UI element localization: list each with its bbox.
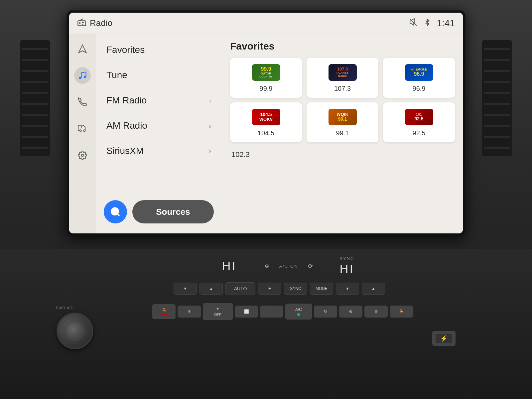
usb-port[interactable]: ⚡ xyxy=(432,331,456,346)
usb-inner: ⚡ xyxy=(436,334,452,343)
recirc-icon: ↻ xyxy=(324,309,327,314)
menu-item-siriusxm[interactable]: SiriusXM › xyxy=(96,138,222,164)
station-card-999[interactable]: 99.9 GATOR COUNTRY 99.9 xyxy=(230,58,302,98)
chevron-icon: › xyxy=(209,122,211,130)
vent-slot xyxy=(484,81,510,83)
vent-slot xyxy=(22,48,48,50)
logo-1045-bg: 104.5 WOKV xyxy=(252,109,280,125)
right-temp-area: SYNC HI xyxy=(339,256,354,276)
defrost-rear-icon: ⬛ xyxy=(269,309,274,314)
svg-point-10 xyxy=(81,154,84,157)
top-bar-left: Radio xyxy=(77,18,112,29)
sync-label: SYNC xyxy=(339,256,354,261)
vent-slot xyxy=(484,70,510,72)
sidebar-item-navigation[interactable] xyxy=(74,41,91,57)
knob-inner xyxy=(65,321,85,341)
station-freq-991: 99.1 xyxy=(336,129,349,137)
bottom-controls-row: 🪑 ❄ ✦ OFF ⬜ ⬛ A/C xyxy=(70,300,495,323)
vent-slot xyxy=(22,59,48,61)
station-logo-991: WQIK 99.1 xyxy=(328,108,357,126)
temp-down-right-button[interactable]: ▼ xyxy=(336,283,359,295)
ac-on-label: A/C ON xyxy=(279,264,298,269)
heated-seat-right-button[interactable]: 🪑 xyxy=(390,306,413,318)
sidebar-item-car[interactable] xyxy=(74,120,91,137)
clock-display: 1:41 xyxy=(437,18,455,29)
svg-marker-5 xyxy=(78,45,86,53)
screen: Radio xyxy=(69,13,463,233)
heated-seat-left-button[interactable]: 🪑 xyxy=(152,304,176,319)
svg-point-11 xyxy=(111,208,118,215)
station-card-925[interactable]: 101 92.5 92.5 xyxy=(383,102,455,142)
search-button[interactable] xyxy=(104,200,127,223)
mode-button[interactable]: MODE xyxy=(310,283,333,295)
mute-icon xyxy=(409,18,418,28)
recirc-button[interactable]: ↻ xyxy=(314,306,337,318)
extra-btn-1[interactable]: ⊕ xyxy=(339,306,362,318)
climate-display: HI ❄ A/C ON ⟳ SYNC HI xyxy=(178,249,354,280)
sidebar-item-music[interactable]: ♪ xyxy=(74,67,91,84)
sources-button[interactable]: Sources xyxy=(132,200,214,223)
sidebar-icons: ♪ xyxy=(69,34,96,233)
vent-mode-button[interactable]: ❄ xyxy=(178,306,201,318)
btn1-icon: ⊕ xyxy=(349,309,352,314)
main-content: ♪ xyxy=(69,34,463,233)
station-logo-969: 🦅 EAGLE 96.9 xyxy=(404,63,434,81)
fan-button[interactable]: ✦ xyxy=(258,283,281,295)
last-station[interactable]: 102.3 xyxy=(230,147,455,162)
ac-btn-label: A/C xyxy=(295,307,302,312)
vent-slot xyxy=(22,147,48,149)
svg-point-6 xyxy=(79,77,81,79)
station-freq-925: 92.5 xyxy=(413,129,426,137)
sync-button[interactable]: SYNC xyxy=(284,283,307,295)
fan-icon-btn: ✦ xyxy=(216,307,219,311)
menu-item-favorites[interactable]: Favorites xyxy=(96,37,222,63)
station-card-991[interactable]: WQIK 99.1 99.1 xyxy=(307,102,378,142)
seat-heat-indicators xyxy=(161,314,167,316)
vent-slot xyxy=(22,70,48,72)
menu-item-fm-radio[interactable]: FM Radio › xyxy=(96,88,222,113)
vent-slot xyxy=(22,136,48,138)
station-freq-1045: 104.5 xyxy=(258,129,274,137)
menu-item-tune[interactable]: Tune xyxy=(96,63,222,88)
top-bar-right: 1:41 xyxy=(409,18,455,29)
svg-point-1 xyxy=(79,22,81,24)
temp-up-right-button[interactable]: ▲ xyxy=(362,283,385,295)
vent-slot xyxy=(484,147,510,149)
station-card-1073[interactable]: 107.3 PLANET RADIO 107.3 xyxy=(307,58,378,98)
vent-mode-icon: ❄ xyxy=(188,309,191,314)
defrost-rear-button[interactable]: ⬛ xyxy=(260,306,283,318)
station-card-969[interactable]: 🦅 EAGLE 96.9 96.9 xyxy=(383,58,455,98)
temp-up-left-button[interactable]: ▲ xyxy=(200,283,223,295)
heat-dot-2 xyxy=(163,314,165,316)
station-card-1045[interactable]: 104.5 WOKV 104.5 xyxy=(230,102,302,142)
climate-controls-row: ▼ ▲ AUTO ✦ SYNC MODE ▼ ▲ xyxy=(53,280,479,298)
station-logo-999: 99.9 GATOR COUNTRY xyxy=(251,63,281,81)
vent-icon: ⟳ xyxy=(308,263,313,270)
svg-rect-0 xyxy=(78,21,85,26)
extra-btn-2[interactable]: ⊕ xyxy=(364,306,388,318)
defrost-front-icon: ⬜ xyxy=(244,309,249,314)
sidebar-item-settings[interactable] xyxy=(74,147,91,164)
ac-button[interactable]: A/C xyxy=(285,304,312,320)
sync-ctrl-label: SYNC xyxy=(290,286,301,291)
temp-down-left-button[interactable]: ▼ xyxy=(174,283,197,295)
sidebar-item-phone[interactable] xyxy=(74,94,91,110)
svg-rect-2 xyxy=(82,22,84,23)
station-logo-1073: 107.3 PLANET RADIO xyxy=(328,63,357,81)
bluetooth-icon xyxy=(424,19,431,28)
station-freq-1073: 107.3 xyxy=(334,85,351,92)
station-logo-1045: 104.5 WOKV xyxy=(251,108,281,126)
usb-icon: ⚡ xyxy=(440,335,448,342)
vent-slot xyxy=(484,136,510,138)
vent-slot xyxy=(484,103,510,105)
auto-button[interactable]: AUTO xyxy=(225,282,255,295)
menu-item-am-radio[interactable]: AM Radio › xyxy=(96,113,222,138)
defrost-front-button[interactable]: ⬜ xyxy=(235,306,258,318)
top-bar: Radio xyxy=(69,13,463,34)
fan-off-button[interactable]: ✦ OFF xyxy=(203,303,233,320)
up-arrow-icon: ▲ xyxy=(209,286,213,291)
pwr-vol-label: PWR VOL xyxy=(56,306,75,310)
station-logo-925: 101 92.5 xyxy=(404,108,434,126)
volume-knob[interactable] xyxy=(57,313,93,349)
down-arrow-right-icon: ▼ xyxy=(345,286,349,291)
